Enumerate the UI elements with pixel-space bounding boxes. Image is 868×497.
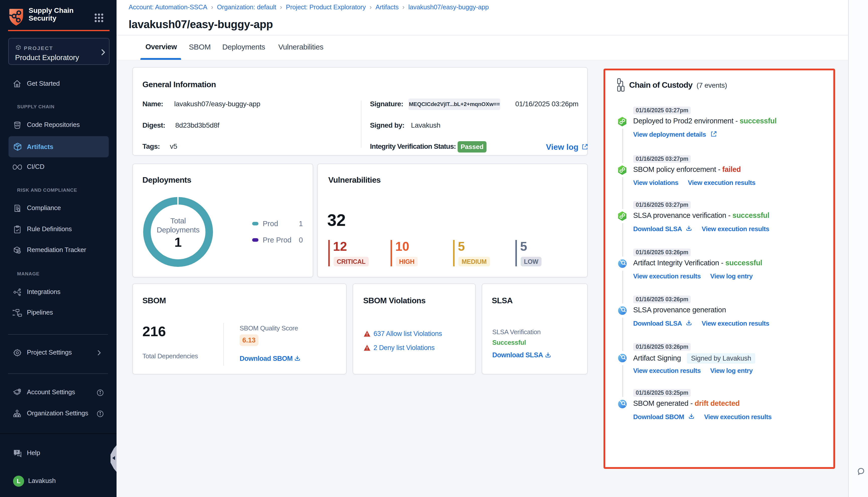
svg-text:?: ? [16,450,18,454]
